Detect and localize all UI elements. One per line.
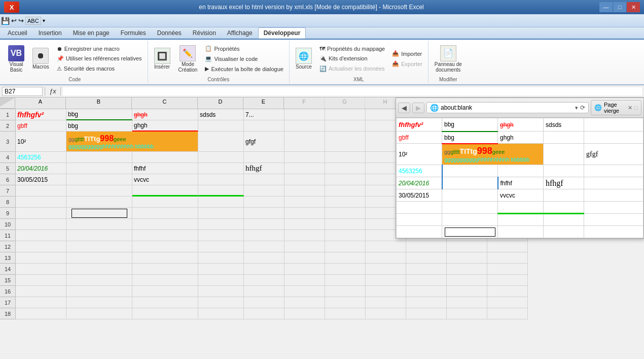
cell-F3[interactable] bbox=[284, 132, 325, 152]
cell-K13[interactable] bbox=[487, 252, 528, 264]
cell-K12[interactable] bbox=[487, 241, 528, 252]
cell-E9[interactable] bbox=[244, 208, 284, 219]
cell-C12[interactable] bbox=[132, 241, 198, 252]
cell-A7[interactable] bbox=[16, 185, 66, 197]
row-header-11[interactable]: 11 bbox=[0, 230, 15, 241]
cell-G13[interactable] bbox=[325, 252, 366, 264]
tab-revision[interactable]: Révision bbox=[187, 27, 222, 39]
row-header-8[interactable]: 8 bbox=[0, 197, 15, 208]
cell-D16[interactable] bbox=[198, 286, 244, 297]
cell-F6[interactable] bbox=[284, 174, 325, 185]
row-header-9[interactable]: 9 bbox=[0, 208, 15, 219]
exporter-button[interactable]: 📤 Exporter bbox=[389, 59, 425, 69]
cell-D8[interactable] bbox=[198, 197, 244, 208]
relative-refs-button[interactable]: 📌 Utiliser les références relatives bbox=[54, 54, 145, 63]
cell-B15[interactable] bbox=[66, 275, 132, 286]
cell-B18[interactable] bbox=[66, 308, 132, 319]
cell-E10[interactable] bbox=[244, 219, 284, 230]
cell-F2[interactable] bbox=[284, 120, 325, 132]
cell-D4[interactable] bbox=[198, 152, 244, 163]
row-header-6[interactable]: 6 bbox=[0, 174, 15, 185]
spelling-qa-button[interactable]: ABC bbox=[25, 17, 41, 25]
cell-A13[interactable] bbox=[16, 252, 66, 264]
cell-G4[interactable] bbox=[325, 152, 366, 163]
col-D[interactable]: D bbox=[198, 97, 243, 109]
record-macro-button[interactable]: ⏺ Enregistrer une macro bbox=[54, 44, 145, 53]
cell-D14[interactable] bbox=[198, 264, 244, 275]
cell-B17[interactable] bbox=[66, 297, 132, 308]
cell-J17[interactable] bbox=[447, 297, 487, 308]
cell-A8[interactable] bbox=[16, 197, 66, 208]
row-header-17[interactable]: 17 bbox=[0, 297, 15, 308]
tab-donnees[interactable]: Données bbox=[152, 27, 187, 39]
cell-F17[interactable] bbox=[284, 297, 325, 308]
redo-qa-button[interactable]: ↪ bbox=[18, 17, 24, 24]
browser-forward-button[interactable]: ▶ bbox=[412, 103, 424, 113]
cell-G8[interactable] bbox=[325, 197, 366, 208]
cell-E12[interactable] bbox=[244, 241, 284, 252]
qa-dropdown-button[interactable]: ▾ bbox=[43, 18, 45, 23]
cell-D1[interactable]: sdsds bbox=[198, 109, 244, 120]
browser-close-tab-button[interactable]: ✕ bbox=[628, 105, 632, 111]
cell-E14[interactable] bbox=[244, 264, 284, 275]
col-B[interactable]: B bbox=[66, 97, 132, 109]
cell-B5[interactable] bbox=[66, 163, 132, 174]
cell-C1[interactable]: ghgh bbox=[132, 109, 198, 120]
cell-J16[interactable] bbox=[447, 286, 487, 297]
cell-J12[interactable] bbox=[447, 241, 487, 252]
cell-K18[interactable] bbox=[487, 308, 528, 319]
cell-F14[interactable] bbox=[284, 264, 325, 275]
actualiser-button[interactable]: 🔄 Actualiser les données bbox=[317, 64, 387, 74]
cell-F9[interactable] bbox=[284, 208, 325, 219]
cell-E11[interactable] bbox=[244, 230, 284, 241]
cell-E18[interactable] bbox=[244, 308, 284, 319]
row-header-1[interactable]: 1 bbox=[0, 109, 15, 120]
cell-F16[interactable] bbox=[284, 286, 325, 297]
cell-B7[interactable] bbox=[66, 185, 132, 197]
cell-G7[interactable] bbox=[325, 185, 366, 197]
cell-A18[interactable] bbox=[16, 308, 66, 319]
cell-E17[interactable] bbox=[244, 297, 284, 308]
browser-refresh-button[interactable]: ⟳ bbox=[580, 104, 585, 111]
cell-D2[interactable] bbox=[198, 120, 244, 132]
cell-F11[interactable] bbox=[284, 230, 325, 241]
cell-H13[interactable] bbox=[366, 252, 406, 264]
executer-button[interactable]: ▶ Exécuter la boîte de dialogue bbox=[202, 64, 286, 74]
cell-I12[interactable] bbox=[406, 241, 447, 252]
cell-G6[interactable] bbox=[325, 174, 366, 185]
panneau-documents-button[interactable]: 📄 Panneau dedocuments bbox=[432, 43, 465, 75]
cell-F10[interactable] bbox=[284, 219, 325, 230]
importer-button[interactable]: 📥 Importer bbox=[389, 49, 425, 58]
cell-G14[interactable] bbox=[325, 264, 366, 275]
cell-F13[interactable] bbox=[284, 252, 325, 264]
cell-A9[interactable] bbox=[16, 208, 66, 219]
cell-C8[interactable] bbox=[132, 197, 198, 208]
cell-I17[interactable] bbox=[406, 297, 447, 308]
cell-F12[interactable] bbox=[284, 241, 325, 252]
cell-A1[interactable]: fhfhgfv² bbox=[16, 109, 66, 120]
cell-I16[interactable] bbox=[406, 286, 447, 297]
source-button[interactable]: 🌐 Source bbox=[293, 46, 315, 72]
cell-G11[interactable] bbox=[325, 230, 366, 241]
cell-J14[interactable] bbox=[447, 264, 487, 275]
maximize-button[interactable]: □ bbox=[613, 2, 626, 12]
cell-D9[interactable] bbox=[198, 208, 244, 219]
row-header-15[interactable]: 15 bbox=[0, 275, 15, 286]
cell-B11[interactable] bbox=[66, 230, 132, 241]
cell-C17[interactable] bbox=[132, 297, 198, 308]
cell-G17[interactable] bbox=[325, 297, 366, 308]
macros-button[interactable]: ⏺ Macros bbox=[29, 46, 52, 72]
cell-E13[interactable] bbox=[244, 252, 284, 264]
row-header-14[interactable]: 14 bbox=[0, 264, 15, 275]
cell-C10[interactable] bbox=[132, 219, 198, 230]
browser-back-button[interactable]: ◀ bbox=[398, 103, 410, 113]
cell-A14[interactable] bbox=[16, 264, 66, 275]
cell-A4[interactable]: 4563256 bbox=[16, 152, 66, 163]
cell-A11[interactable] bbox=[16, 230, 66, 241]
inserer-button[interactable]: 🔲 Insérer bbox=[151, 46, 173, 72]
cell-G12[interactable] bbox=[325, 241, 366, 252]
tab-accueil[interactable]: Accueil bbox=[2, 27, 33, 39]
cell-J13[interactable] bbox=[447, 252, 487, 264]
cell-F1[interactable] bbox=[284, 109, 325, 120]
visual-basic-button[interactable]: VB VisualBasic bbox=[5, 43, 27, 75]
